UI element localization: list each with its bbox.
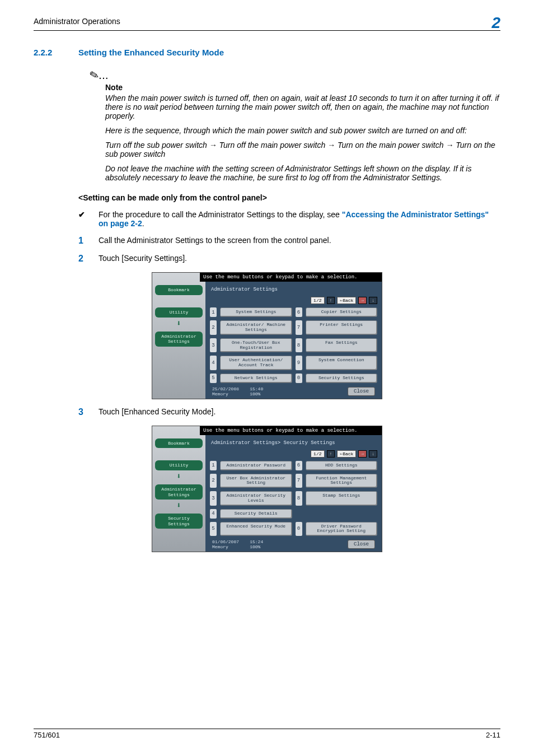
device-panel-admin-settings: Use the menu buttons or keypad to make a… <box>152 272 382 399</box>
menu-admin-machine-settings[interactable]: Administrator/ Machine Settings <box>220 320 292 335</box>
menu-index: 2 <box>210 474 217 488</box>
menu-system-connection[interactable]: System Connection <box>306 356 378 370</box>
back-button[interactable]: ⇐Back <box>337 297 356 304</box>
menu-index: 2 <box>210 320 217 335</box>
chapter-number: 2 <box>491 17 500 29</box>
menu-one-touch-user-box[interactable]: One-Touch/User Box Registration <box>220 338 292 353</box>
menu-security-details[interactable]: Security Details <box>220 509 292 519</box>
forward-button[interactable]: ⇒ <box>358 297 367 304</box>
down-arrow-icon: ⬇ <box>155 501 203 510</box>
menu-hdd-settings[interactable]: HDD Settings <box>306 461 378 470</box>
next-page-icon[interactable]: ↓ <box>369 297 377 304</box>
menu-driver-password-encryption[interactable]: Driver Password Encryption Setting <box>306 522 378 536</box>
menu-index: 6 <box>296 307 302 317</box>
next-page-icon[interactable]: ↓ <box>369 450 377 458</box>
menu-index: 7 <box>296 474 302 488</box>
menu-index: 8 <box>296 338 302 353</box>
down-arrow-icon: ⬇ <box>155 319 203 328</box>
subheading: <Setting can be made only from the contr… <box>78 193 500 202</box>
note-paragraph: Turn off the sub power switch → Turn off… <box>105 141 500 158</box>
close-button[interactable]: Close <box>348 540 375 549</box>
footer-memory-pct: 100% <box>250 391 260 396</box>
menu-user-box-admin[interactable]: User Box Administrator Setting <box>220 474 292 488</box>
page-indicator: 1/2 <box>311 297 324 304</box>
step-text: Call the Administrator Settings to the s… <box>99 236 500 246</box>
breadcrumb: Administrator Settings> Security Setting… <box>210 438 377 450</box>
menu-user-auth-account-track[interactable]: User Authentication/ Account Track <box>220 356 292 370</box>
menu-index: 9 <box>296 356 302 370</box>
menu-index: 6 <box>296 461 302 470</box>
device-panel-security-settings: Use the menu buttons or keypad to make a… <box>152 426 382 552</box>
note-label: Note <box>105 83 500 92</box>
sidebar-admin-settings-button[interactable]: Administrator Settings <box>155 484 203 500</box>
menu-network-settings[interactable]: Network Settings <box>220 374 292 383</box>
footer-page-number: 2-11 <box>486 731 500 739</box>
menu-security-settings[interactable]: Security Settings <box>306 374 378 383</box>
sidebar-admin-settings-button[interactable]: Administrator Settings <box>155 332 203 347</box>
note-paragraph: When the main power switch is turned off… <box>105 94 500 120</box>
footer-time: 15:40 <box>250 386 263 391</box>
menu-index: 3 <box>210 338 217 353</box>
section-number: 2.2.2 <box>34 48 78 57</box>
menu-index: 5 <box>210 522 217 536</box>
step-text: Touch [Enhanced Security Mode]. <box>99 407 500 417</box>
menu-index: 1 <box>210 461 217 470</box>
menu-index: 4 <box>210 509 217 519</box>
sidebar-bookmark-button[interactable]: Bookmark <box>155 438 203 449</box>
footer-date: 25/02/2008 <box>212 386 239 391</box>
menu-copier-settings[interactable]: Copier Settings <box>306 307 378 317</box>
menu-index: 8 <box>296 491 302 506</box>
menu-stamp-settings[interactable]: Stamp Settings <box>306 491 378 506</box>
menu-index: 5 <box>210 374 217 383</box>
step-text: Touch [Security Settings]. <box>99 254 500 264</box>
sidebar-security-settings-button[interactable]: Security Settings <box>155 514 203 529</box>
step-number: 3 <box>78 407 99 417</box>
bullet-check-icon: ✔ <box>78 210 99 228</box>
forward-button[interactable]: ⇒ <box>358 450 367 458</box>
note-pencil-icon: ✎ <box>88 68 101 83</box>
menu-function-mgmt[interactable]: Function Management Settings <box>306 474 378 488</box>
note-paragraph: Here is the sequence, through which the … <box>105 126 500 135</box>
panel-hint: Use the menu buttons or keypad to make a… <box>200 273 382 282</box>
bullet-text: For the procedure to call the Administra… <box>99 210 500 228</box>
menu-printer-settings[interactable]: Printer Settings <box>306 320 378 335</box>
sidebar-utility-button[interactable]: Utility <box>155 307 203 318</box>
menu-fax-settings[interactable]: Fax Settings <box>306 338 378 353</box>
menu-system-settings[interactable]: System Settings <box>220 307 292 317</box>
section-title: Setting the Enhanced Security Mode <box>78 48 224 57</box>
sidebar-utility-button[interactable]: Utility <box>155 460 203 470</box>
step-number: 2 <box>78 254 99 264</box>
menu-index: 4 <box>210 356 217 370</box>
page-indicator: 1/2 <box>311 450 324 458</box>
menu-index: 0 <box>296 374 302 383</box>
close-button[interactable]: Close <box>348 387 375 396</box>
panel-hint: Use the menu buttons or keypad to make a… <box>200 426 382 435</box>
footer-memory-label: Memory <box>212 391 228 396</box>
menu-enhanced-security-mode[interactable]: Enhanced Security Mode <box>220 522 292 536</box>
menu-admin-password[interactable]: Administrator Password <box>220 461 292 470</box>
running-head: Administrator Operations <box>34 17 120 26</box>
footer-memory-label: Memory <box>212 544 228 549</box>
menu-index: 0 <box>296 522 302 536</box>
down-arrow-icon: ⬇ <box>155 472 203 481</box>
footer-date: 01/06/2007 <box>212 539 239 544</box>
menu-index: 3 <box>210 491 217 506</box>
menu-admin-security-levels[interactable]: Administrator Security Levels <box>220 491 292 506</box>
prev-page-icon[interactable]: ↑ <box>327 297 335 304</box>
footer-memory-pct: 100% <box>250 544 260 549</box>
prev-page-icon[interactable]: ↑ <box>327 450 335 458</box>
back-button[interactable]: ⇐Back <box>337 450 356 458</box>
note-paragraph: Do not leave the machine with the settin… <box>105 164 500 182</box>
footer-model: 751/601 <box>34 731 60 739</box>
menu-index: 1 <box>210 307 217 317</box>
footer-time: 15:24 <box>250 539 263 544</box>
step-number: 1 <box>78 236 99 246</box>
breadcrumb: Administrator Settings <box>210 284 377 297</box>
menu-index: 7 <box>296 320 302 335</box>
sidebar-bookmark-button[interactable]: Bookmark <box>155 285 203 295</box>
